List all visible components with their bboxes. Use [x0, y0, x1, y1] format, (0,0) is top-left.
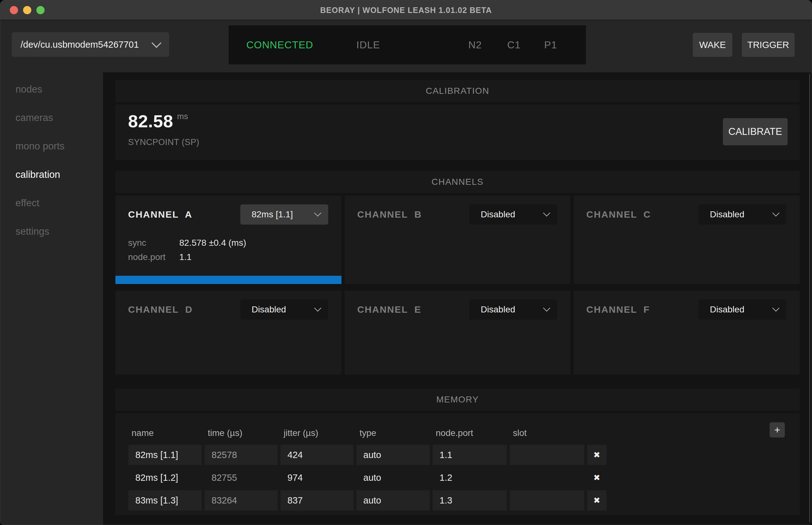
- channel-a-progress-bar: [115, 276, 342, 284]
- syncpoint-number: 82.58: [128, 111, 173, 131]
- syncpoint-label: SYNCPOINT (SP): [128, 137, 200, 147]
- chevron-down-icon: [772, 304, 780, 312]
- sidebar-item-cameras[interactable]: cameras: [0, 106, 103, 129]
- channel-e-title: CHANNEL E: [357, 304, 421, 315]
- cell-type: auto: [356, 467, 430, 488]
- memory-section-header: MEMORY: [115, 389, 800, 411]
- calibration-section-header: CALIBRATION: [115, 80, 800, 102]
- cell-jitter: 424: [280, 445, 353, 465]
- sidebar-item-calibration[interactable]: calibration: [0, 163, 103, 186]
- column-header-actions: [587, 424, 607, 442]
- channel-card-a: CHANNEL A 82ms [1.1] sync 82.578 ±0.4 (m…: [115, 196, 342, 284]
- cell-slot: [510, 445, 584, 465]
- cameras-count: C1: [507, 25, 521, 64]
- cell-type: auto: [356, 490, 430, 510]
- channel-card-e: CHANNEL E Disabled: [345, 290, 571, 375]
- cell-name: 82ms [1.1]: [128, 445, 202, 465]
- channel-b-title: CHANNEL B: [357, 209, 422, 220]
- cell-node-port: 1.3: [433, 490, 507, 510]
- sidebar-item-nodes[interactable]: nodes: [0, 78, 103, 101]
- cell-slot: [510, 467, 584, 488]
- channel-a-select[interactable]: 82ms [1.1]: [240, 205, 328, 225]
- chevron-down-icon: [151, 38, 161, 48]
- channel-a-select-value: 82ms [1.1]: [240, 209, 293, 220]
- channel-a-sync-label: sync: [128, 238, 179, 248]
- scrollbar[interactable]: [809, 74, 810, 522]
- ports-count: P1: [544, 25, 557, 64]
- cell-time: 82755: [205, 467, 278, 488]
- channel-c-select-value: Disabled: [698, 209, 744, 220]
- cell-slot: [510, 490, 584, 510]
- memory-table: name time (µs) jitter (µs) type node.por…: [128, 424, 800, 510]
- calibration-panel: 82.58 ms SYNCPOINT (SP) CALIBRATE: [115, 105, 800, 160]
- trigger-button[interactable]: TRIGGER: [742, 33, 795, 57]
- channel-d-select[interactable]: Disabled: [240, 299, 328, 320]
- channel-a-title: CHANNEL A: [128, 209, 192, 220]
- chevron-down-icon: [314, 304, 321, 312]
- channels-grid: CHANNEL A 82ms [1.1] sync 82.578 ±0.4 (m…: [115, 196, 800, 375]
- channel-b-select-value: Disabled: [469, 209, 515, 220]
- window-title: BEORAY | WOLFONE LEASH 1.01.02 BETA: [0, 0, 812, 20]
- status-bar: CONNECTED IDLE N2 C1 P1: [229, 25, 586, 64]
- channel-c-title: CHANNEL C: [586, 209, 651, 220]
- cell-jitter: 837: [280, 490, 353, 510]
- delete-row-button[interactable]: ✖: [587, 490, 607, 510]
- add-memory-button[interactable]: +: [770, 422, 785, 437]
- channel-d-title: CHANNEL D: [128, 304, 192, 315]
- sidebar: nodes cameras mono ports calibration eff…: [0, 72, 103, 525]
- delete-row-button[interactable]: ✖: [587, 445, 607, 465]
- column-header-name: name: [128, 424, 202, 442]
- chevron-down-icon: [772, 209, 780, 217]
- cell-node-port: 1.2: [433, 467, 507, 488]
- channel-card-b: CHANNEL B Disabled: [345, 196, 571, 284]
- cell-name: 82ms [1.2]: [128, 467, 202, 488]
- titlebar: BEORAY | WOLFONE LEASH 1.01.02 BETA: [0, 0, 812, 20]
- connection-status: CONNECTED: [246, 25, 313, 64]
- memory-panel: + name time (µs) jitter (µs) type node.p…: [115, 413, 800, 515]
- main-content: CALIBRATION 82.58 ms SYNCPOINT (SP) CALI…: [103, 72, 812, 525]
- channel-a-port-label: node.port: [128, 252, 179, 262]
- toolbar: /dev/cu.usbmodem54267701 CONNECTED IDLE …: [0, 20, 812, 72]
- column-header-time: time (µs): [205, 424, 278, 442]
- syncpoint-unit: ms: [177, 111, 188, 121]
- app-window: BEORAY | WOLFONE LEASH 1.01.02 BETA /dev…: [0, 0, 812, 525]
- sidebar-item-mono-ports[interactable]: mono ports: [0, 135, 103, 158]
- column-header-slot: slot: [510, 424, 584, 442]
- column-header-node-port: node.port: [433, 424, 507, 442]
- channels-section-header: CHANNELS: [115, 171, 800, 193]
- channel-d-select-value: Disabled: [240, 304, 286, 315]
- channel-e-select-value: Disabled: [469, 304, 515, 315]
- cell-name: 83ms [1.3]: [128, 490, 202, 510]
- channel-a-sync-value: 82.578 ±0.4 (ms): [179, 238, 246, 248]
- syncpoint-value: 82.58 ms: [128, 111, 188, 131]
- channel-b-select[interactable]: Disabled: [469, 205, 557, 225]
- column-header-type: type: [356, 424, 430, 442]
- cell-node-port: 1.1: [433, 445, 507, 465]
- channel-card-f: CHANNEL F Disabled: [574, 290, 800, 375]
- chevron-down-icon: [314, 209, 321, 217]
- sidebar-item-effect[interactable]: effect: [0, 192, 103, 214]
- calibrate-button[interactable]: CALIBRATE: [723, 118, 788, 145]
- cell-time: 83264: [205, 490, 278, 510]
- channel-e-select[interactable]: Disabled: [469, 299, 557, 320]
- delete-row-button[interactable]: ✖: [587, 467, 607, 488]
- channel-a-port-value: 1.1: [179, 252, 192, 262]
- serial-port-select[interactable]: /dev/cu.usbmodem54267701: [12, 32, 169, 57]
- chevron-down-icon: [543, 209, 551, 217]
- channel-c-select[interactable]: Disabled: [698, 205, 786, 225]
- cell-jitter: 974: [280, 467, 353, 488]
- channel-f-select-value: Disabled: [698, 304, 744, 315]
- serial-port-value: /dev/cu.usbmodem54267701: [12, 40, 139, 50]
- nodes-count: N2: [468, 25, 482, 64]
- cell-time: 82578: [205, 445, 278, 465]
- channel-card-d: CHANNEL D Disabled: [115, 290, 342, 375]
- channel-f-select[interactable]: Disabled: [698, 299, 786, 320]
- channel-f-title: CHANNEL F: [586, 304, 650, 315]
- mode-status: IDLE: [356, 25, 380, 64]
- wake-button[interactable]: WAKE: [693, 33, 732, 57]
- cell-type: auto: [356, 445, 430, 465]
- channel-card-c: CHANNEL C Disabled: [574, 196, 800, 284]
- column-header-jitter: jitter (µs): [280, 424, 353, 442]
- sidebar-item-settings[interactable]: settings: [0, 220, 103, 243]
- chevron-down-icon: [543, 304, 551, 312]
